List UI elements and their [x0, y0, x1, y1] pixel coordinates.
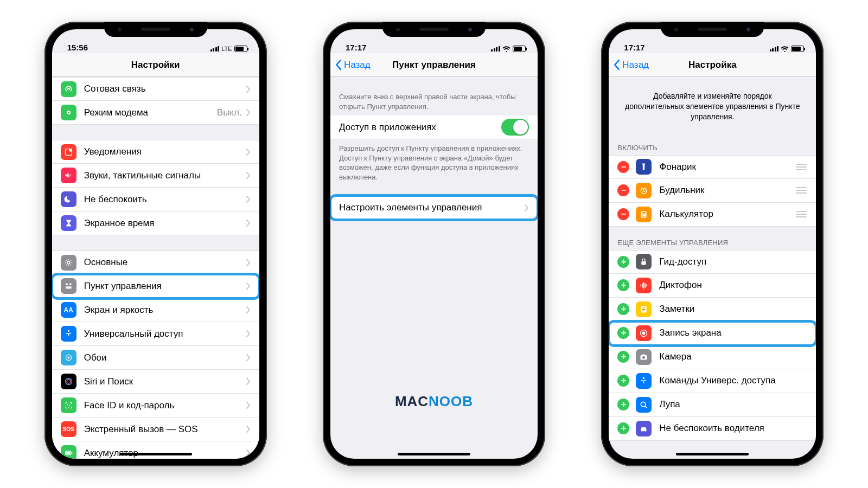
chevron-right-icon [246, 196, 251, 203]
included-row[interactable]: − Калькулятор [609, 203, 816, 227]
settings-row[interactable]: AA Экран и яркость [52, 298, 259, 322]
customize-list[interactable]: Добавляйте и изменяйте порядок дополните… [609, 77, 816, 459]
drag-handle-icon[interactable] [795, 187, 807, 194]
remove-button[interactable]: − [617, 208, 629, 220]
row-label: Режим модема [84, 107, 217, 118]
chevron-right-icon [246, 306, 251, 313]
row-label: Настроить элементы управления [339, 202, 525, 213]
add-button[interactable]: + [617, 351, 629, 363]
gear-icon [61, 255, 76, 271]
svg-point-19 [642, 214, 643, 215]
access-icon [61, 326, 76, 342]
notch [382, 22, 486, 37]
settings-row[interactable]: Звуки, тактильные сигналы [52, 164, 259, 188]
drag-handle-icon[interactable] [795, 211, 807, 217]
page-title: Пункт управления [392, 60, 476, 70]
settings-row[interactable]: Аккумулятор [52, 441, 259, 459]
toggle-on[interactable] [501, 119, 529, 136]
included-row[interactable]: − Будильник [609, 179, 816, 203]
more-row[interactable]: + Диктофон [609, 274, 816, 298]
add-button[interactable]: + [617, 256, 629, 268]
settings-row[interactable]: Экранное время [52, 211, 259, 235]
add-button[interactable]: + [617, 375, 629, 387]
svg-rect-31 [642, 354, 645, 356]
cellular-signal-icon [491, 46, 500, 52]
control-icon [61, 278, 76, 294]
more-row[interactable]: + Команды Универс. доступа [609, 369, 816, 393]
chevron-left-icon [613, 59, 620, 70]
chevron-right-icon [246, 109, 251, 116]
wallpaper-icon [61, 350, 76, 365]
row-label: Будильник [659, 185, 795, 196]
settings-row[interactable]: SOS Экстренный вызов — SOS [52, 418, 259, 441]
row-label: Уведомления [84, 146, 246, 157]
row-label: Пункт управления [84, 281, 246, 292]
add-button[interactable]: + [617, 327, 629, 339]
add-button[interactable]: + [617, 422, 629, 434]
flashlight-icon [636, 159, 652, 175]
cellular-signal-icon [770, 46, 779, 52]
add-button[interactable]: + [617, 399, 629, 410]
alarm-icon [636, 183, 652, 198]
svg-point-12 [69, 404, 70, 406]
back-button[interactable]: Назад [613, 59, 649, 70]
svg-point-1 [69, 149, 72, 151]
svg-point-35 [645, 430, 647, 432]
more-row[interactable]: + Не беспокоить водителя [609, 417, 816, 441]
add-button[interactable]: + [617, 303, 629, 315]
back-button[interactable]: Назад [335, 59, 371, 70]
battery-icon [61, 445, 76, 459]
remove-button[interactable]: − [617, 161, 629, 173]
settings-row[interactable]: Не беспокоить [52, 188, 259, 211]
settings-row[interactable]: Пункт управления [52, 274, 259, 298]
add-button[interactable]: + [617, 279, 629, 291]
settings-row[interactable]: Siri и Поиск [52, 370, 259, 394]
settings-row[interactable]: Уведомления [52, 140, 259, 164]
magnifier-icon [636, 397, 652, 413]
network-label: LTE [221, 46, 232, 52]
navbar: Назад Настройка [609, 53, 816, 77]
settings-row[interactable]: Универсальный доступ [52, 322, 259, 346]
settings-list[interactable]: Сотовая связь Режим модема Выкл. Уведомл… [52, 77, 259, 459]
more-row[interactable]: + Камера [609, 345, 816, 369]
row-label: Обои [84, 352, 246, 363]
wifi-icon [502, 46, 510, 52]
row-label: Не беспокоить водителя [659, 423, 807, 434]
status-time: 17:17 [346, 43, 366, 52]
more-row[interactable]: + Лупа [609, 393, 816, 417]
svg-point-34 [642, 430, 643, 432]
row-label: Экранное время [84, 218, 246, 229]
remove-button[interactable]: − [617, 184, 629, 196]
chevron-right-icon [246, 282, 251, 290]
row-access-in-apps[interactable]: Доступ в приложениях [330, 115, 538, 139]
aa-icon: AA [61, 302, 76, 318]
chevron-right-icon [246, 86, 251, 93]
wifi-icon [781, 46, 789, 52]
svg-point-4 [69, 283, 72, 285]
link-icon [61, 105, 76, 120]
settings-row[interactable]: Face ID и код-пароль [52, 394, 259, 418]
phone-customize: 17:17 Назад Настройка Добавляйте и измен… [601, 22, 824, 466]
home-indicator[interactable] [398, 453, 470, 455]
drag-handle-icon[interactable] [795, 164, 807, 170]
row-sublabel: Выкл. [217, 107, 242, 118]
home-indicator[interactable] [676, 453, 749, 455]
navbar: Назад Пункт управления [330, 53, 538, 77]
more-row[interactable]: + Гид-доступ [609, 250, 816, 274]
home-indicator[interactable] [119, 453, 192, 455]
svg-point-32 [643, 377, 644, 378]
more-row[interactable]: + Запись экрана [609, 322, 816, 345]
svg-point-8 [67, 356, 69, 358]
record-icon [636, 325, 652, 341]
settings-row[interactable]: Основные [52, 251, 259, 274]
settings-row[interactable]: Сотовая связь [52, 77, 259, 101]
settings-row[interactable]: Режим модема Выкл. [52, 101, 259, 125]
settings-row[interactable]: Обои [52, 346, 259, 370]
svg-rect-5 [66, 286, 72, 288]
row-label: Команды Универс. доступа [659, 375, 807, 386]
more-row[interactable]: + Заметки [609, 298, 816, 322]
intro-text: Добавляйте и изменяйте порядок дополните… [609, 77, 816, 132]
row-customize-controls[interactable]: Настроить элементы управления [330, 196, 538, 220]
back-label: Назад [344, 60, 371, 70]
included-row[interactable]: − Фонарик [609, 155, 816, 179]
